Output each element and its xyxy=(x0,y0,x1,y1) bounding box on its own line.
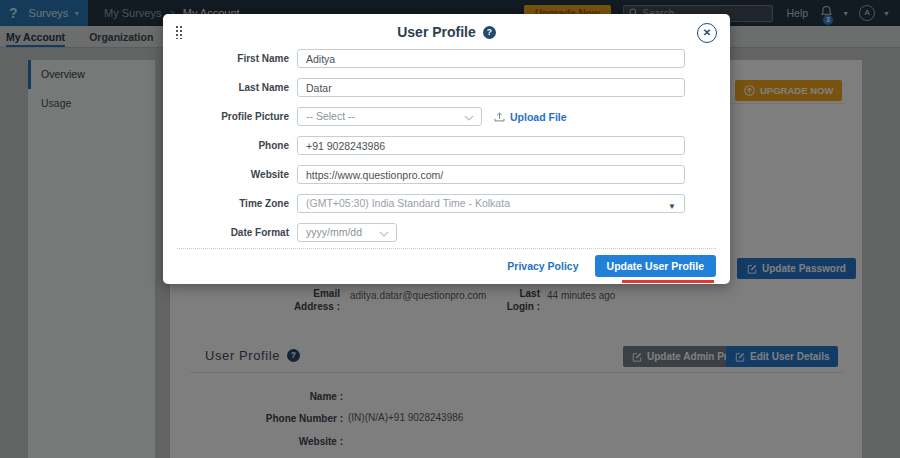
chevron-down-icon xyxy=(464,115,474,121)
first-name-input[interactable] xyxy=(297,49,685,68)
user-profile-modal: User Profile ? ✕ First Name Last Name Pr… xyxy=(163,14,730,284)
last-name-input[interactable] xyxy=(297,78,685,97)
time-zone-label: Time Zone xyxy=(177,198,289,209)
first-name-label: First Name xyxy=(177,53,289,64)
upload-file-link[interactable]: Upload File xyxy=(494,111,567,123)
modal-title-text: User Profile xyxy=(397,24,476,40)
help-icon[interactable]: ? xyxy=(483,26,496,39)
close-icon[interactable]: ✕ xyxy=(697,23,717,43)
drag-handle-icon[interactable] xyxy=(175,25,183,39)
modal-title: User Profile ? xyxy=(163,14,730,40)
time-zone-selected-value: (GMT+05:30) India Standard Time - Kolkat… xyxy=(306,197,510,209)
upload-file-label: Upload File xyxy=(510,111,567,123)
profile-picture-select[interactable]: -- Select -- xyxy=(297,107,482,126)
chevron-down-icon xyxy=(379,231,389,237)
modal-footer: Privacy Policy Update User Profile xyxy=(177,248,716,277)
date-format-label: Date Format xyxy=(177,227,289,238)
user-profile-form: First Name Last Name Profile Picture -- … xyxy=(163,49,730,242)
time-zone-select[interactable]: (GMT+05:30) India Standard Time - Kolkat… xyxy=(297,194,685,213)
upload-icon xyxy=(494,112,505,122)
website-input[interactable] xyxy=(297,165,685,184)
update-user-profile-button[interactable]: Update User Profile xyxy=(595,255,716,277)
date-format-selected-value: yyyy/mm/dd xyxy=(306,226,362,238)
privacy-policy-link[interactable]: Privacy Policy xyxy=(507,260,578,272)
phone-label: Phone xyxy=(177,140,289,151)
app-window: ? Surveys ▼ My Surveys > My Account Upgr… xyxy=(0,0,900,458)
caret-down-icon: ▼ xyxy=(668,198,676,215)
annotation-red-underline xyxy=(622,280,714,283)
profile-picture-label: Profile Picture xyxy=(177,111,289,122)
date-format-select[interactable]: yyyy/mm/dd xyxy=(297,223,397,242)
phone-input[interactable] xyxy=(297,136,685,155)
profile-picture-selected-value: -- Select -- xyxy=(306,110,355,122)
website-label: Website xyxy=(177,169,289,180)
last-name-label: Last Name xyxy=(177,82,289,93)
